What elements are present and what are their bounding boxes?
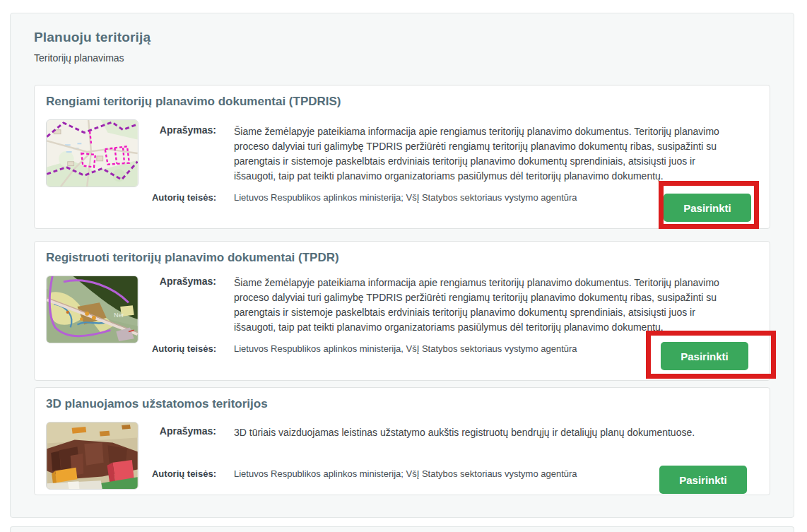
copyright-label: Autorių teisės: <box>141 343 216 354</box>
description-label: Aprašymas: <box>141 124 216 136</box>
select-button-tpdr[interactable]: Pasirinkti <box>661 342 748 370</box>
select-button-3d[interactable]: Pasirinkti <box>659 466 747 494</box>
description-text: 3D tūriais vaizduojamas leistinas užstat… <box>234 425 729 440</box>
map-thumbnail <box>46 422 139 490</box>
map-place-label: Ner <box>114 312 124 319</box>
card-title: 3D planuojamos užstatomos teritorijos <box>46 397 268 411</box>
select-button-tpdris[interactable]: Pasirinkti <box>664 194 751 222</box>
description-label: Aprašymas: <box>141 276 216 287</box>
copyright-text: Lietuvos Respublikos aplinkos ministerij… <box>234 192 686 203</box>
map-card-tpdr: Registruoti teritorijų planavimo dokumen… <box>34 241 770 381</box>
copyright-label: Autorių teisės: <box>141 192 216 203</box>
map-card-tpdris: Rengiami teritorijų planavimo dokumentai… <box>34 85 770 229</box>
next-section-panel-edge <box>10 526 794 532</box>
map-thumbnail: Ner <box>46 276 139 343</box>
card-title: Rengiami teritorijų planavimo dokumentai… <box>46 95 341 109</box>
street-map-thumbnail-image <box>47 120 138 187</box>
description-text: Šiame žemėlapyje pateikiama informacija … <box>234 124 729 184</box>
copyright-label: Autorių teisės: <box>141 468 216 479</box>
map-thumbnail <box>46 119 139 187</box>
map-card-3d: 3D planuojamos užstatomos teritorijos <box>34 387 770 495</box>
page-title: Planuoju teritoriją <box>34 30 151 45</box>
aerial-map-thumbnail-image: Ner <box>47 276 138 343</box>
3d-city-thumbnail-image <box>47 422 138 489</box>
description-label: Aprašymas: <box>141 425 216 437</box>
copyright-text: Lietuvos Respublikos aplinkos ministerij… <box>234 468 686 479</box>
description-text: Šiame žemėlapyje pateikiama informacija … <box>234 276 729 335</box>
card-title: Registruoti teritorijų planavimo dokumen… <box>46 251 339 265</box>
copyright-text: Lietuvos Respublikos aplinkos ministerij… <box>234 343 686 354</box>
breadcrumb: Teritorijų planavimas <box>34 52 124 64</box>
page: Planuoju teritoriją Teritorijų planavima… <box>0 0 807 532</box>
